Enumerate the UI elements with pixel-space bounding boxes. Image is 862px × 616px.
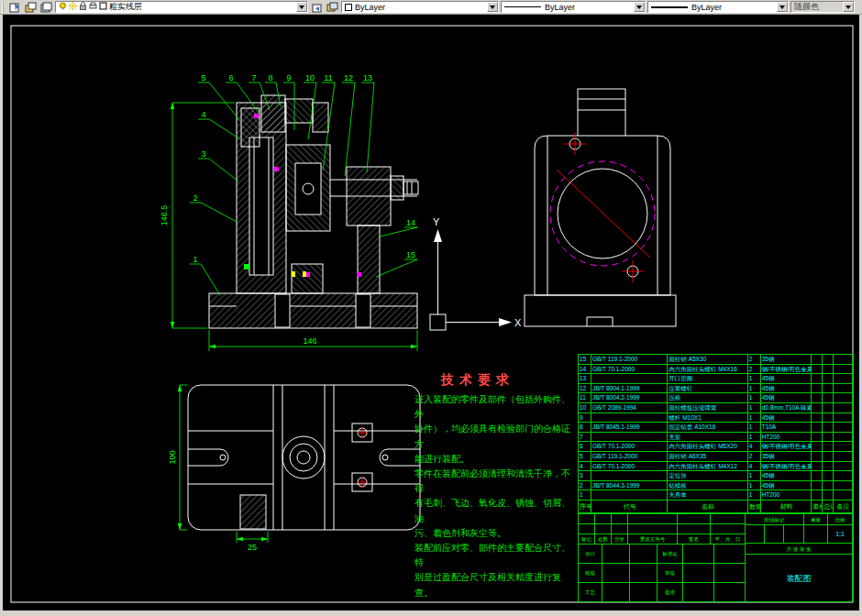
bom-row[interactable]: 10GB/T 2089-1994圆柱螺旋压缩弹簧1d0.8mm,T10A 碳素弹… [579,403,852,413]
layer-states-icon[interactable] [39,1,53,13]
layer-dropdown[interactable]: 粗实线层 [55,1,308,13]
bom-cell [834,355,852,364]
color-dropdown-arrow[interactable] [487,2,498,12]
titleblock-cell [714,544,746,564]
bom-cell [591,490,668,500]
top-view-centermarks[interactable] [357,427,368,488]
bom-cell: T10A [761,423,812,432]
bom-cell: 1 [748,403,761,412]
bom-cell [834,471,852,480]
bom-header-material: 材料 [761,500,812,513]
bom-cell: 1 [748,490,761,500]
bom-cell: 2 [748,355,761,364]
bom-row[interactable]: 1夹具体1HT200 [579,490,852,500]
bom-cell: 压紧螺钉 [668,384,747,393]
callout-2: 2 [193,193,197,203]
titleblock-change-date: 年、月、日 [711,534,746,544]
titleblock-cell [612,524,628,534]
layer-color-chip-icon[interactable] [99,2,107,12]
bom-row[interactable]: 5GB/T 119.1-2000圆柱销 A6X35235钢 [579,452,852,462]
end-view-centerlines[interactable] [557,133,650,282]
layer-plot-icon[interactable] [89,2,97,12]
object-properties-toolbar: 粗实线层 ByLayer ByLayer ByLayer 随颜色 [0,0,862,15]
bom-row[interactable]: 13开口垫圈145钢 [579,374,852,384]
layer-previous-icon[interactable] [310,1,324,13]
bom-cell [834,481,852,490]
bom-cell: 圆柱销 A5X30 [668,355,747,364]
layer-isolate-icon[interactable] [326,1,339,13]
titleblock-scale-label: 比例 [828,514,853,525]
bom-row[interactable]: 11JB/T 8004.2-1999压板145钢 [579,393,852,403]
bom-cell [591,433,668,442]
dim-detail-top[interactable]: 25 [248,543,257,552]
bom-cell: 1 [748,413,761,423]
end-view[interactable] [525,89,676,326]
bom-cell [812,393,823,402]
front-view[interactable] [209,95,418,328]
layer-freeze-sun-icon[interactable] [69,2,77,12]
dim-height-front[interactable]: 146.5 [160,205,169,226]
bom-cell: 45钢 [761,374,812,383]
parts-list-table[interactable]: 15GB/T 119.1-2000圆柱销 A5X30235钢14GB/T 70.… [578,354,853,513]
titleblock-cell [711,514,746,524]
layer-dropdown-arrow[interactable] [296,2,307,12]
lineweight-dropdown[interactable]: ByLayer [647,1,789,13]
bom-cell: 钻模板 [668,481,747,490]
titleblock-cell [579,524,595,534]
bom-cell: JB/T 8045.1-1999 [591,423,668,432]
tech-requirements-title[interactable]: 技术要求 [441,372,514,389]
titleblock-cell [630,564,658,583]
bom-row[interactable]: 12JB/T 8004.1-1999压紧螺钉145钢 [579,384,852,394]
bom-cell [591,471,668,480]
bom-row[interactable]: 14GB/T 70.1-2000内六角圆柱头螺钉 M4X162钢/不锈钢/有色金… [579,365,852,375]
layer-properties-icon[interactable] [24,1,38,13]
bom-header-remark: 备注 [834,500,852,513]
bom-cell: HT200 [761,490,812,500]
bom-cell [823,384,834,393]
layer-on-off-bulb-icon[interactable] [59,2,67,12]
bom-row[interactable]: 3定位块145钢 [579,471,852,481]
titleblock-role-check: 校核 [579,564,602,583]
bom-row[interactable]: 7支架1HT200 [579,433,852,443]
linetype-dropdown-arrow[interactable] [634,2,645,12]
toolbar-grip[interactable] [2,2,6,13]
bom-cell: 固定钻套 A10X16 [668,423,747,432]
bom-cell: 2 [579,481,591,490]
front-view-green-grip[interactable] [244,264,249,270]
bom-cell: 45钢 [761,393,812,402]
bom-cell: GB/T 119.1-2000 [591,452,668,461]
bom-cell: 9 [579,413,591,423]
bom-cell [834,490,852,500]
bom-cell: 1 [748,481,761,490]
linetype-dropdown[interactable]: ByLayer [501,1,646,13]
bom-cell [591,374,668,383]
dim-width-front[interactable]: 146 [303,336,316,346]
callout-6: 6 [228,73,233,82]
bom-cell [823,355,834,364]
dim-height-top[interactable]: 100 [168,450,177,464]
bom-row[interactable]: 15GB/T 119.1-2000圆柱销 A5X30235钢 [579,355,852,365]
tech-requirements-text[interactable]: 进入装配的零件及部件（包括外购件、外 协件），均必须具有检验部门的合格证方 能进… [414,392,576,600]
color-dropdown[interactable]: ByLayer [341,1,499,13]
lineweight-sample [651,6,688,8]
bom-row[interactable]: 6GB/T 70.1-2000内六角圆柱头螺钉 M6X204钢/不锈钢/有色金属 [579,442,852,452]
titleblock-cell [630,544,658,564]
bom-cell: 8 [579,423,591,432]
titleblock-cell [714,583,746,602]
bom-cell [812,452,823,461]
title-block[interactable]: 标记 处数 分区 更改文件号 签名 年、月、日 设计 标准化 校核 审核 工艺 … [578,513,853,602]
lineweight-dropdown-arrow[interactable] [777,2,788,12]
titleblock-cell [595,524,612,534]
bom-cell [823,374,834,383]
bom-row[interactable]: 2JB/T 8044.3-1999钻模板145钢 [579,481,852,491]
bom-cell [812,403,823,412]
bom-cell [823,433,834,442]
bom-row[interactable]: 8JB/T 8045.1-1999固定钻套 A10X161T10A [579,423,852,433]
end-view-bolt-circle[interactable] [550,161,655,266]
make-object-layer-current-icon[interactable] [8,1,22,13]
top-view[interactable] [188,385,420,530]
bom-row[interactable]: 9螺杆 M10X1145钢 [579,413,852,424]
bom-row[interactable]: 4GB/T 70.1-2000内六角圆柱头螺钉 M4X124钢/不锈钢/有色金属 [579,462,852,472]
layer-lock-icon[interactable] [79,2,87,12]
titleblock-sheets: 共 张 第 张 [746,544,853,555]
